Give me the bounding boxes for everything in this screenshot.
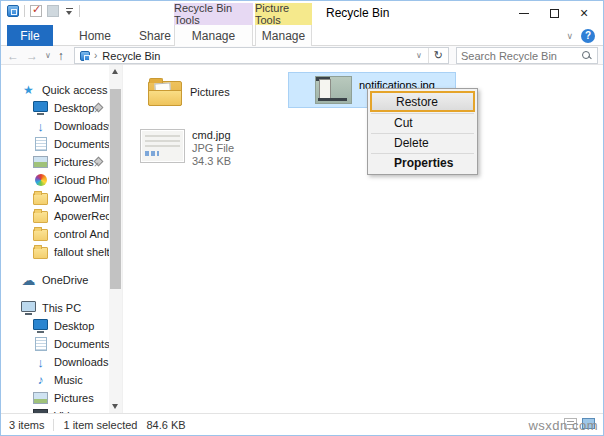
context-menu: Restore Cut Delete Properties: [367, 88, 478, 175]
status-bar: 3 items 1 item selected 84.6 KB: [1, 413, 603, 436]
sidebar-item[interactable]: ApowerRecover: [1, 207, 122, 225]
divider: [53, 419, 54, 431]
picture-tools-header[interactable]: Picture Tools: [255, 3, 312, 25]
sidebar-item[interactable]: fallout shelter: [1, 243, 122, 261]
sidebar-item[interactable]: Documents: [1, 135, 122, 153]
context-menu-item[interactable]: Restore: [370, 91, 475, 112]
sidebar-item[interactable]: Downloads: [1, 117, 122, 135]
file-size: 34.3 KB: [192, 155, 234, 168]
maximize-icon: [550, 9, 559, 18]
sidebar-scrollbar[interactable]: [109, 65, 122, 413]
sidebar-item-label: Downloads: [54, 356, 108, 368]
recent-locations-icon[interactable]: ∨: [45, 51, 51, 60]
search-icon[interactable]: [581, 50, 592, 61]
tab-manage-recycle[interactable]: Manage: [174, 25, 253, 46]
context-menu-item-label: Cut: [394, 116, 413, 130]
search-input[interactable]: [457, 50, 581, 62]
navigation-pane: Quick access Desktop Downloads: [1, 65, 123, 413]
file-type: JPG File: [192, 142, 234, 155]
sidebar-item[interactable]: Documents: [1, 335, 122, 353]
window-controls: ×: [509, 1, 599, 25]
sidebar-item-label: Pictures: [54, 392, 94, 404]
address-bar[interactable]: › Recycle Bin ∨ ↻: [74, 47, 449, 64]
sidebar-item[interactable]: Desktop: [1, 317, 122, 335]
sidebar-item-label: OneDrive: [42, 274, 88, 286]
documents-icon: [33, 137, 48, 151]
address-dropdown-icon[interactable]: ∨: [410, 51, 428, 60]
sidebar-item-label: iCloud Photo: [54, 174, 117, 186]
folder-icon: [148, 78, 182, 106]
folder-icon: [33, 209, 48, 223]
context-menu-item-label: Properties: [394, 156, 453, 170]
quick-access-toolbar: [7, 5, 80, 17]
sidebar-item[interactable]: Desktop: [1, 99, 122, 117]
recycle-bin-tools-header[interactable]: Recycle Bin Tools: [174, 3, 253, 25]
watermark: wsxdn.com: [528, 418, 598, 433]
this-pc-icon: [21, 301, 36, 315]
window-title: Recycle Bin: [326, 6, 389, 20]
expand-ribbon-icon[interactable]: ∨: [566, 31, 573, 41]
file-list-area: Pictures cmd.jpg JPG File 34.3 KB notifi…: [123, 65, 603, 413]
refresh-icon[interactable]: ↻: [429, 49, 448, 62]
up-icon[interactable]: ↑: [58, 49, 64, 63]
back-icon[interactable]: ←: [7, 49, 19, 63]
close-button[interactable]: ×: [569, 1, 599, 25]
file-tile-cmd[interactable]: cmd.jpg JPG File 34.3 KB: [140, 129, 234, 168]
pictures-icon: [33, 391, 48, 405]
file-name: cmd.jpg: [192, 129, 234, 142]
sidebar-item-label: Downloads: [54, 120, 108, 132]
customize-qat-icon[interactable]: [64, 8, 74, 15]
close-icon: ×: [580, 8, 588, 18]
pin-icon: [94, 157, 104, 167]
downloads-icon: [33, 355, 48, 369]
context-menu-item[interactable]: Properties: [368, 153, 477, 173]
tab-file[interactable]: File: [7, 25, 53, 46]
selection-size: 84.6 KB: [146, 419, 185, 431]
sidebar-item[interactable]: ApowerMirror: [1, 189, 122, 207]
quick-access-star-icon: [21, 83, 36, 97]
folder-icon: [33, 191, 48, 205]
search-box[interactable]: [456, 47, 598, 64]
forward-icon[interactable]: →: [26, 49, 38, 63]
navigation-toolbar: ← → ∨ ↑ › Recycle Bin ∨ ↻: [1, 46, 603, 65]
file-tile-pictures[interactable]: Pictures: [148, 78, 230, 106]
context-menu-item-label: Restore: [396, 95, 438, 109]
sidebar-item[interactable]: Music: [1, 371, 122, 389]
nav-buttons: ← → ∨ ↑: [7, 46, 64, 65]
context-menu-item[interactable]: Delete: [368, 133, 477, 153]
folder-icon: [33, 227, 48, 241]
sidebar-item[interactable]: iCloud Photo: [1, 171, 122, 189]
image-thumbnail-icon: [140, 129, 185, 163]
divider: [24, 5, 25, 17]
music-icon: [33, 373, 48, 387]
minimize-icon: [519, 13, 529, 14]
scrollbar-thumb[interactable]: [110, 89, 121, 289]
scroll-up-icon[interactable]: [112, 69, 118, 74]
sidebar-item[interactable]: Pictures: [1, 389, 122, 407]
sidebar-item-label: This PC: [42, 302, 81, 314]
sidebar-item[interactable]: This PC: [1, 299, 122, 317]
context-menu-item[interactable]: Cut: [368, 113, 477, 133]
divider: [79, 5, 80, 17]
sidebar-item[interactable]: control Android: [1, 225, 122, 243]
sidebar-list: Quick access Desktop Downloads: [1, 65, 122, 413]
file-name: Pictures: [190, 86, 230, 98]
sidebar-item[interactable]: OneDrive: [1, 271, 122, 289]
qat-blank-icon[interactable]: [47, 5, 59, 17]
sidebar-item[interactable]: Downloads: [1, 353, 122, 371]
maximize-button[interactable]: [539, 1, 569, 25]
scroll-down-icon[interactable]: [112, 404, 118, 409]
pictures-icon: [33, 155, 48, 169]
sidebar-item-label: Desktop: [54, 320, 94, 332]
help-icon[interactable]: ?: [581, 29, 595, 43]
breadcrumb[interactable]: Recycle Bin: [102, 50, 160, 62]
tab-manage-picture[interactable]: Manage: [255, 25, 312, 46]
explorer-body: Quick access Desktop Downloads: [1, 65, 603, 413]
sidebar-item-label: Documents: [54, 338, 110, 350]
sidebar-item[interactable]: Pictures: [1, 153, 122, 171]
minimize-button[interactable]: [509, 1, 539, 25]
sidebar-item[interactable]: Quick access: [1, 81, 122, 99]
items-count: 3 items: [9, 419, 44, 431]
ribbon-tab[interactable]: Home: [65, 25, 125, 46]
properties-shortcut-icon[interactable]: [30, 5, 42, 17]
